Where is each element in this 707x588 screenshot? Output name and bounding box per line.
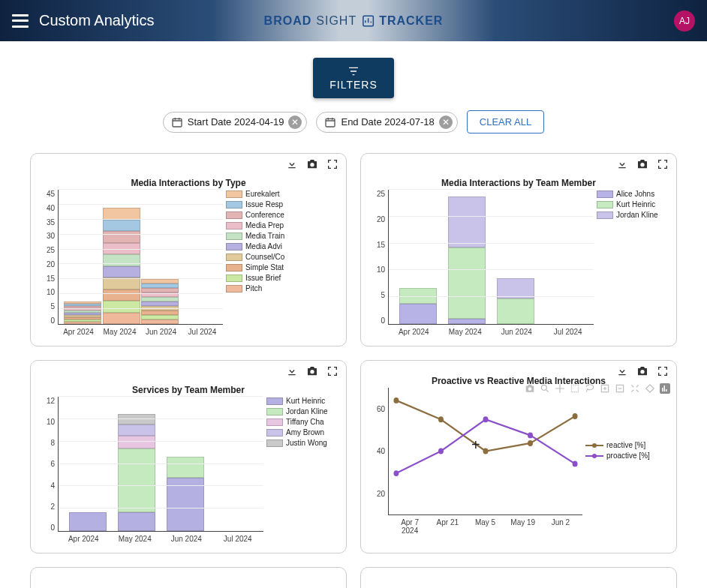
download-icon[interactable]: [616, 158, 628, 170]
clear-all-button[interactable]: CLEAR ALL: [467, 110, 544, 134]
card-partial: [360, 567, 677, 588]
legend-item[interactable]: Issue Brief: [226, 274, 298, 282]
legend-item[interactable]: Jordan Kline: [597, 211, 669, 219]
svg-rect-2: [326, 118, 335, 127]
y-axis: 121086420: [38, 397, 58, 532]
reset-icon[interactable]: [645, 383, 655, 394]
chip-remove-icon[interactable]: ✕: [439, 116, 453, 129]
x-axis: Apr 2024May 2024Jun 2024Jul 2024: [58, 535, 263, 543]
card-partial: [30, 567, 347, 588]
legend-item[interactable]: Alice Johns: [597, 190, 669, 198]
filter-zone: FILTERS Start Date 2024-04-19✕End Date 2…: [0, 41, 707, 141]
download-icon[interactable]: [286, 365, 298, 377]
legend-item[interactable]: Kurt Heinric: [597, 200, 669, 208]
x-axis: Apr 2024May 2024Jun 2024Jul 2024: [388, 328, 594, 336]
legend-item[interactable]: proactive [%]: [585, 452, 669, 460]
chip-label: Start Date 2024-04-19: [188, 116, 284, 128]
bar: [497, 278, 534, 324]
legend-item[interactable]: Media Train: [226, 232, 298, 240]
chart-icon: [361, 14, 375, 28]
chip-remove-icon[interactable]: ✕: [288, 116, 302, 129]
autoscale-icon[interactable]: [630, 383, 640, 394]
bar: [64, 302, 101, 324]
chart-title: Services by Team Member: [38, 385, 338, 395]
svg-point-7: [393, 398, 399, 404]
legend-item[interactable]: Counsel/Co: [226, 253, 298, 261]
svg-point-15: [528, 432, 533, 438]
legend-item[interactable]: reactive [%]: [585, 441, 669, 449]
svg-point-10: [528, 440, 533, 446]
legend-item[interactable]: Simple Stat: [226, 263, 298, 272]
fullscreen-icon[interactable]: [326, 158, 338, 170]
zoomout-icon[interactable]: [615, 383, 625, 394]
app-header: Custom Analytics BROADSIGHT TRACKER AJ: [0, 0, 707, 41]
bar: [141, 279, 179, 324]
camera-icon[interactable]: [305, 365, 319, 377]
plot-area: [388, 190, 594, 325]
svg-point-8: [438, 416, 444, 422]
lasso-icon[interactable]: [585, 383, 595, 394]
card-proactive-reactive: Proactive vs Reactive Media Interactions…: [360, 360, 677, 554]
svg-point-12: [393, 470, 399, 476]
camera-icon[interactable]: [636, 158, 649, 170]
chip-label: End Date 2024-07-18: [341, 116, 434, 128]
legend-item[interactable]: Pitch: [226, 284, 298, 292]
x-axis: Apr 2024May 2024Jun 2024Jul 2024: [58, 328, 223, 336]
avatar[interactable]: AJ: [674, 10, 695, 32]
legend-item[interactable]: Jordan Kline: [266, 407, 338, 416]
plot-area: [58, 397, 263, 532]
legend-item[interactable]: Conference: [226, 211, 298, 219]
svg-point-14: [483, 416, 489, 422]
card-media-by-type: Media Interactions by Type 4540353025201…: [30, 153, 347, 346]
y-axis: 2520151050: [369, 190, 388, 325]
bar: [103, 208, 140, 324]
page-title: Custom Analytics: [39, 12, 154, 29]
plot-area: +: [388, 388, 582, 515]
card-tools: [286, 158, 338, 170]
legend-item[interactable]: Kurt Heinric: [266, 397, 338, 405]
camera-icon[interactable]: [636, 365, 649, 377]
y-axis: 454035302520151050: [38, 190, 58, 325]
fullscreen-icon[interactable]: [657, 365, 669, 377]
brand-logo: BROADSIGHT TRACKER: [264, 14, 444, 28]
camera-icon[interactable]: [305, 158, 319, 170]
legend-item[interactable]: Issue Resp: [226, 200, 298, 208]
filter-chip: End Date 2024-07-18✕: [316, 112, 457, 133]
svg-point-13: [438, 448, 444, 454]
legend-item[interactable]: Justin Wong: [266, 439, 338, 447]
x-axis: Apr 72024Apr 21May 5May 19Jun 2: [388, 518, 582, 535]
svg-point-11: [573, 413, 578, 419]
filters-button[interactable]: FILTERS: [313, 58, 394, 98]
svg-point-20: [592, 454, 597, 458]
calendar-icon: [171, 116, 183, 128]
bar: [399, 288, 437, 324]
crosshair-cursor-icon: +: [471, 436, 480, 454]
cards-grid: Media Interactions by Type 4540353025201…: [0, 141, 707, 588]
card-media-by-member: Media Interactions by Team Member 252015…: [360, 153, 677, 346]
filter-chip: Start Date 2024-04-19✕: [163, 112, 308, 133]
legend-item[interactable]: Media Prep: [226, 221, 298, 230]
download-icon[interactable]: [616, 365, 628, 377]
fullscreen-icon[interactable]: [657, 158, 669, 170]
calendar-icon: [324, 116, 336, 128]
menu-icon[interactable]: [12, 14, 29, 28]
bar: [118, 414, 155, 531]
fullscreen-icon[interactable]: [326, 365, 338, 377]
card-services-by-member: Services by Team Member 121086420 Kurt H…: [30, 360, 347, 554]
download-icon[interactable]: [286, 158, 298, 170]
svg-point-9: [483, 448, 489, 454]
card-tools: [286, 365, 338, 377]
legend: EurekalertIssue RespConferenceMedia Prep…: [223, 190, 298, 325]
legend-item[interactable]: Media Advi: [226, 242, 298, 250]
legend-item[interactable]: Tiffany Cha: [266, 418, 338, 426]
chart-title: Media Interactions by Team Member: [369, 178, 669, 188]
zoomin-icon[interactable]: [600, 383, 610, 394]
legend: reactive [%]proactive [%]: [582, 388, 669, 515]
card-tools: [616, 158, 669, 170]
bar: [69, 512, 107, 532]
legend-item[interactable]: Amy Brown: [266, 428, 338, 436]
legend: Alice JohnsKurt HeinricJordan Kline: [594, 190, 669, 325]
svg-point-16: [573, 460, 578, 466]
legend-item[interactable]: Eurekalert: [226, 190, 298, 198]
plotly-logo-icon[interactable]: [660, 383, 670, 394]
